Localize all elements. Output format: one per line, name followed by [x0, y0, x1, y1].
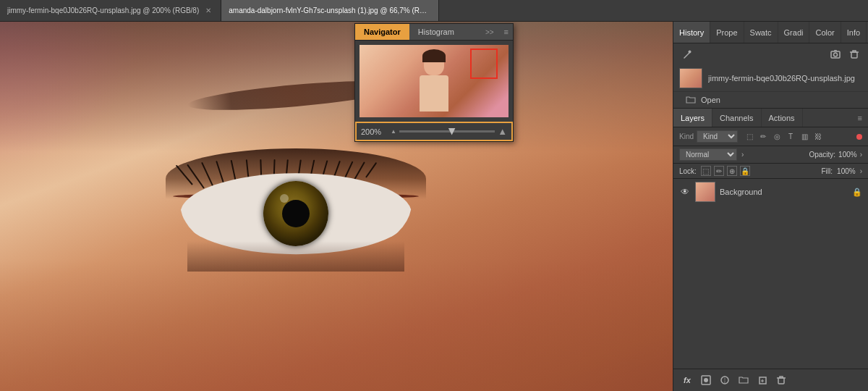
layer-filter-type-icon[interactable]: ◎: [771, 131, 783, 143]
layers-tab-channels[interactable]: Channels: [712, 109, 761, 127]
eye-element: [180, 163, 412, 264]
zoom-slider-thumb: [448, 128, 456, 135]
blend-mode-select[interactable]: Normal Multiply Screen Overlay: [679, 148, 737, 161]
kind-select[interactable]: Kind Name Effect Mode: [697, 130, 738, 143]
adjustment-icon: [720, 375, 730, 385]
lock-transform-btn[interactable]: ⊕: [727, 166, 737, 176]
lock-row: Lock: ⬚ ✏ ⊕ 🔒 Fill: 100% ›: [673, 164, 868, 179]
layers-tab-layers[interactable]: Layers: [673, 109, 712, 127]
layers-filter-toolbar: Kind Kind Name Effect Mode ⬚ ✏ ◎ T ▥ ⛓: [673, 127, 868, 146]
layers-tab-label: Layers: [681, 114, 705, 122]
opacity-arrow: ›: [860, 151, 862, 159]
layer-filter-shape-icon[interactable]: T: [785, 131, 796, 143]
svg-rect-3: [851, 52, 857, 58]
panel-tab-color[interactable]: Color: [809, 22, 841, 43]
svg-rect-8: [778, 378, 784, 384]
add-mask-btn[interactable]: [698, 372, 714, 388]
navigator-selection-box: [470, 49, 498, 79]
layer-filter-icons: ⬚ ✏ ◎ T ▥ ⛓: [744, 131, 824, 143]
fill-value[interactable]: 100%: [837, 167, 856, 175]
channels-tab-label: Channels: [720, 114, 753, 122]
history-snapshot-item[interactable]: jimmy-fermin-bqe0J0b26RQ-unsplash.jpg: [673, 65, 868, 92]
layer-name: Background: [720, 188, 848, 196]
kind-label: Kind: [679, 133, 694, 140]
canvas-area[interactable]: Navigator Histogram >> ≡: [0, 22, 673, 391]
open-icon: [685, 94, 697, 106]
properties-tab-label: Prope: [716, 28, 737, 37]
panel-tab-history[interactable]: History: [673, 22, 710, 43]
delete-layer-btn[interactable]: [773, 372, 789, 388]
folder-group-icon: [739, 375, 749, 385]
history-area: jimmy-fermin-bqe0J0b26RQ-unsplash.jpg Op…: [673, 43, 868, 109]
layer-filter-smart-icon[interactable]: ▥: [799, 131, 810, 143]
lock-all-btn[interactable]: 🔒: [740, 166, 750, 176]
zoom-slider[interactable]: [399, 130, 495, 133]
tab-2-label: amanda-dalbjorn-fvlnY-Gh7sc-unsplash (1)…: [229, 7, 431, 14]
layer-filter-adjust-icon[interactable]: ✏: [757, 131, 769, 143]
delete-history-btn[interactable]: [846, 46, 862, 62]
lock-icons: ⬚ ✏ ⊕ 🔒: [701, 166, 750, 176]
navigator-menu-btn[interactable]: ≡: [500, 24, 513, 40]
lock-brush-btn[interactable]: ✏: [714, 166, 724, 176]
panel-tab-swatches[interactable]: Swatc: [744, 22, 778, 43]
zoom-mountain-large-icon: ▲: [498, 126, 507, 137]
add-adjustment-btn[interactable]: [717, 372, 733, 388]
panel-tab-info[interactable]: Info: [841, 22, 867, 43]
opacity-label: Opacity:: [809, 151, 835, 159]
layers-list: 👁 Background 🔒: [673, 179, 868, 369]
add-style-btn[interactable]: fx: [679, 372, 695, 388]
layer-thumbnail: [695, 182, 715, 202]
navigator-extend-btn[interactable]: >>: [480, 25, 500, 40]
info-tab-label: Info: [847, 28, 860, 37]
layer-filter-pixel-icon[interactable]: ⬚: [744, 131, 755, 143]
layers-menu-icon: ≡: [858, 114, 862, 122]
navigator-preview: [355, 41, 513, 122]
color-tab-label: Color: [815, 28, 834, 37]
mask-icon: [701, 375, 711, 385]
history-tab-label: History: [679, 28, 704, 37]
snapshot-thumbnail: [679, 68, 702, 88]
zoom-slider-container[interactable]: ▲ ▲: [391, 126, 507, 137]
snapshot-filename: jimmy-fermin-bqe0J0b26RQ-unsplash.jpg: [708, 74, 862, 83]
tab-1-close[interactable]: ✕: [203, 6, 213, 15]
fill-label: Fill:: [822, 167, 833, 175]
opacity-value[interactable]: 100%: [838, 151, 857, 159]
camera-icon: [830, 49, 841, 59]
navigator-zoom-bar: 200% ▲ ▲: [355, 122, 513, 141]
layers-panel-menu[interactable]: ≡: [852, 114, 868, 122]
history-paintbrush-btn[interactable]: [679, 46, 695, 62]
tab-2[interactable]: amanda-dalbjorn-fvlnY-Gh7sc-unsplash (1)…: [221, 0, 439, 21]
svg-point-0: [689, 51, 692, 54]
tab-1[interactable]: jimmy-fermin-bqe0J0b26RQ-unsplash.jpg @ …: [0, 0, 221, 21]
create-snapshot-btn[interactable]: [827, 46, 843, 62]
layers-tab-actions[interactable]: Actions: [762, 109, 803, 127]
navigator-tab-label: Navigator: [364, 28, 401, 36]
navigator-tab-navigator[interactable]: Navigator: [355, 24, 409, 40]
create-group-btn[interactable]: [736, 372, 752, 388]
panel-tab-gradients[interactable]: Gradi: [778, 22, 810, 43]
layers-active-indicator: [856, 134, 862, 140]
blend-opacity-row: Normal Multiply Screen Overlay › Opacity…: [673, 146, 868, 164]
gradients-tab-label: Gradi: [784, 28, 804, 37]
navigator-tab-histogram[interactable]: Histogram: [409, 24, 463, 40]
history-toolbar: [673, 43, 868, 65]
histogram-tab-label: Histogram: [418, 28, 454, 36]
layer-filter-video-icon[interactable]: ⛓: [812, 131, 824, 143]
svg-point-5: [704, 378, 708, 382]
folder-icon: [686, 95, 696, 105]
lock-pixels-btn[interactable]: ⬚: [701, 166, 711, 176]
create-layer-btn[interactable]: [754, 372, 770, 388]
blend-arrow: ›: [741, 151, 744, 159]
fill-arrow: ›: [860, 167, 862, 175]
panel-tab-properties[interactable]: Prope: [710, 22, 744, 43]
layer-lock-icon: 🔒: [852, 188, 862, 197]
layer-eye-icon[interactable]: 👁: [679, 186, 691, 198]
layer-row-background[interactable]: 👁 Background 🔒: [673, 179, 868, 205]
layers-bottom-toolbar: fx: [673, 369, 868, 391]
right-panel: History Prope Swatc Gradi Color Info ≡: [673, 22, 868, 391]
actions-tab-label: Actions: [769, 114, 795, 122]
layers-panel-tabs: Layers Channels Actions ≡: [673, 109, 868, 127]
paintbrush-icon: [682, 49, 692, 59]
history-item-open[interactable]: Open: [673, 92, 868, 108]
swatches-tab-label: Swatc: [750, 28, 772, 37]
